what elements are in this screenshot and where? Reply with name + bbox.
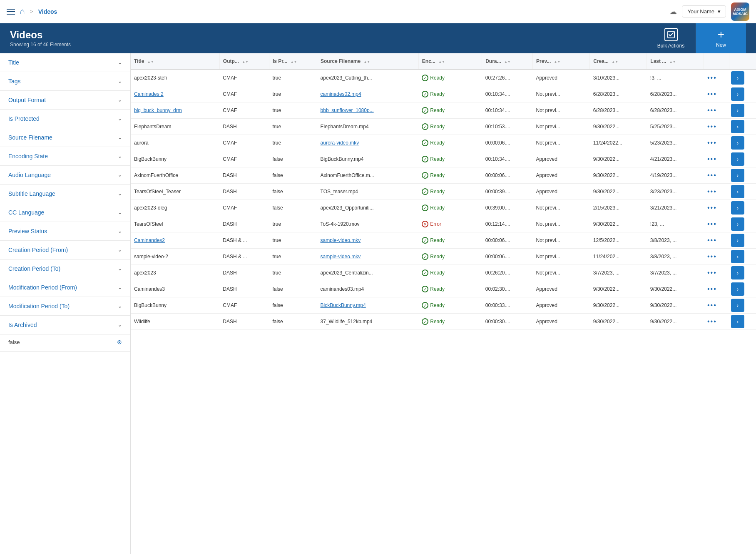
sidebar-filter-output-format[interactable]: Output Format⌄ bbox=[0, 91, 130, 110]
cell-source: 37_Wildlife_512kb.mp4 bbox=[317, 314, 419, 330]
home-icon[interactable]: ⌂ bbox=[20, 7, 25, 16]
sidebar-filter-is-archived[interactable]: Is Archived⌄ bbox=[0, 316, 130, 334]
source-text[interactable]: aurora-video.mkv bbox=[321, 140, 359, 146]
col-header-output[interactable]: Outp... ▲▼ bbox=[219, 53, 269, 70]
cell-preview: Not previ... bbox=[533, 216, 590, 232]
col-header-duration[interactable]: Dura... ▲▼ bbox=[482, 53, 533, 70]
row-nav-arrow[interactable]: › bbox=[731, 71, 744, 85]
cell-actions[interactable]: ••• bbox=[704, 281, 729, 297]
col-header-ispr[interactable]: Is Pr... ▲▼ bbox=[269, 53, 317, 70]
cell-actions[interactable]: ••• bbox=[704, 151, 729, 167]
cell-actions[interactable]: ••• bbox=[704, 102, 729, 119]
row-actions-menu[interactable]: ••• bbox=[707, 139, 717, 146]
sidebar-filter-source-filename[interactable]: Source Filename⌄ bbox=[0, 128, 130, 147]
cell-source: caminandes03.mp4 bbox=[317, 281, 419, 297]
sidebar-filter-creation-period-from[interactable]: Creation Period (From)⌄ bbox=[0, 241, 130, 260]
col-header-source[interactable]: Source Filename ▲▼ bbox=[317, 53, 419, 70]
row-actions-menu[interactable]: ••• bbox=[707, 155, 717, 162]
sidebar-filter-audio-language[interactable]: Audio Language⌄ bbox=[0, 166, 130, 185]
cell-source: apex2023_Opportuniti... bbox=[317, 200, 419, 216]
col-header-last[interactable]: Last ... ▲▼ bbox=[647, 53, 704, 70]
row-nav-arrow[interactable]: › bbox=[731, 169, 744, 182]
chevron-down-icon: ⌄ bbox=[118, 97, 122, 103]
row-actions-menu[interactable]: ••• bbox=[707, 123, 717, 130]
row-actions-menu[interactable]: ••• bbox=[707, 188, 717, 195]
user-dropdown[interactable]: Your Name ▾ bbox=[682, 5, 726, 17]
row-nav-arrow[interactable]: › bbox=[731, 201, 744, 215]
source-text[interactable]: BickBuckBunny.mp4 bbox=[321, 302, 366, 308]
cell-actions[interactable]: ••• bbox=[704, 86, 729, 102]
breadcrumb-separator: > bbox=[30, 8, 33, 15]
cell-actions[interactable]: ••• bbox=[704, 232, 729, 249]
row-actions-menu[interactable]: ••• bbox=[707, 285, 717, 292]
row-nav-arrow[interactable]: › bbox=[731, 315, 744, 328]
sidebar-filter-modification-period-from[interactable]: Modification Period (From)⌄ bbox=[0, 278, 130, 297]
cell-nav: › bbox=[729, 281, 756, 297]
row-actions-menu[interactable]: ••• bbox=[707, 253, 717, 260]
new-button[interactable]: + New bbox=[696, 23, 746, 53]
sidebar-filter-encoding-state[interactable]: Encoding State⌄ bbox=[0, 147, 130, 166]
cell-actions[interactable]: ••• bbox=[704, 167, 729, 184]
title-text[interactable]: big_buck_bunny_drm bbox=[134, 107, 182, 113]
sidebar-filter-preview-status[interactable]: Preview Status⌄ bbox=[0, 222, 130, 241]
row-actions-menu[interactable]: ••• bbox=[707, 172, 717, 179]
cell-actions[interactable]: ••• bbox=[704, 249, 729, 265]
sidebar-filter-title[interactable]: Title⌄ bbox=[0, 53, 130, 72]
cell-actions[interactable]: ••• bbox=[704, 297, 729, 314]
row-actions-menu[interactable]: ••• bbox=[707, 302, 717, 309]
row-nav-arrow[interactable]: › bbox=[731, 266, 744, 279]
source-text[interactable]: bbb_sunflower_1080p... bbox=[321, 107, 374, 113]
row-actions-menu[interactable]: ••• bbox=[707, 107, 717, 114]
row-nav-arrow[interactable]: › bbox=[731, 217, 744, 231]
cell-actions[interactable]: ••• bbox=[704, 70, 729, 86]
clear-filter-icon[interactable]: ⊗ bbox=[117, 339, 122, 345]
chevron-down-icon: ⌄ bbox=[118, 322, 122, 328]
title-text[interactable]: Caminandes2 bbox=[134, 237, 165, 243]
row-nav-arrow[interactable]: › bbox=[731, 234, 744, 247]
source-text[interactable]: sample-video.mkv bbox=[321, 237, 361, 243]
cell-actions[interactable]: ••• bbox=[704, 200, 729, 216]
row-actions-menu[interactable]: ••• bbox=[707, 74, 717, 81]
row-nav-arrow[interactable]: › bbox=[731, 282, 744, 296]
col-header-preview[interactable]: Prev... ▲▼ bbox=[533, 53, 590, 70]
row-nav-arrow[interactable]: › bbox=[731, 120, 744, 133]
row-nav-arrow[interactable]: › bbox=[731, 250, 744, 263]
row-nav-arrow[interactable]: › bbox=[731, 87, 744, 101]
row-actions-menu[interactable]: ••• bbox=[707, 269, 717, 276]
cell-actions[interactable]: ••• bbox=[704, 265, 729, 281]
cell-last: 9/30/2022... bbox=[647, 314, 704, 330]
row-actions-menu[interactable]: ••• bbox=[707, 318, 717, 325]
sidebar-filter-subtitle-language[interactable]: Subtitle Language⌄ bbox=[0, 185, 130, 203]
hamburger-menu[interactable] bbox=[7, 9, 15, 15]
title-text[interactable]: Caminades 2 bbox=[134, 91, 164, 97]
cell-actions[interactable]: ••• bbox=[704, 135, 729, 151]
sidebar-filter-tags[interactable]: Tags⌄ bbox=[0, 72, 130, 91]
row-actions-menu[interactable]: ••• bbox=[707, 237, 717, 244]
row-actions-menu[interactable]: ••• bbox=[707, 220, 717, 227]
cell-duration: 00:27:26.... bbox=[482, 70, 533, 86]
bulk-actions-button[interactable]: Bulk Actions bbox=[646, 23, 696, 53]
row-actions-menu[interactable]: ••• bbox=[707, 204, 717, 211]
title-text: BigBuckBunny bbox=[134, 302, 167, 308]
sidebar-filter-modification-period-to[interactable]: Modification Period (To)⌄ bbox=[0, 297, 130, 316]
sidebar-filter-is-protected[interactable]: Is Protected⌄ bbox=[0, 110, 130, 128]
col-header-title[interactable]: Title ▲▼ bbox=[131, 53, 219, 70]
sidebar-filter-creation-period-to[interactable]: Creation Period (To)⌄ bbox=[0, 260, 130, 278]
row-nav-arrow[interactable]: › bbox=[731, 104, 744, 117]
row-nav-arrow[interactable]: › bbox=[731, 185, 744, 198]
cell-actions[interactable]: ••• bbox=[704, 184, 729, 200]
sidebar-filter-cc-language[interactable]: CC Language⌄ bbox=[0, 203, 130, 222]
row-nav-arrow[interactable]: › bbox=[731, 136, 744, 150]
row-nav-arrow[interactable]: › bbox=[731, 152, 744, 166]
title-text: Wildlife bbox=[134, 319, 150, 324]
cell-actions[interactable]: ••• bbox=[704, 216, 729, 232]
check-circle-icon: ✓ bbox=[422, 253, 428, 260]
col-header-created[interactable]: Crea... ▲▼ bbox=[590, 53, 647, 70]
source-text[interactable]: sample-video.mkv bbox=[321, 254, 361, 260]
source-text[interactable]: caminades02.mp4 bbox=[321, 91, 361, 97]
cell-actions[interactable]: ••• bbox=[704, 314, 729, 330]
row-nav-arrow[interactable]: › bbox=[731, 299, 744, 312]
cell-actions[interactable]: ••• bbox=[704, 119, 729, 135]
row-actions-menu[interactable]: ••• bbox=[707, 90, 717, 97]
col-header-enc[interactable]: Enc... ▲▼ bbox=[418, 53, 482, 70]
